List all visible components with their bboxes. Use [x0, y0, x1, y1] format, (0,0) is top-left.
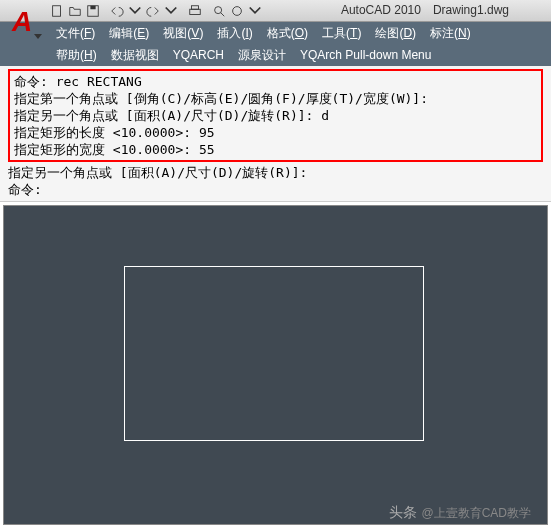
svg-rect-3 — [192, 5, 199, 9]
menu-yqarch-pull[interactable]: YQArch Pull-down Menu — [294, 45, 437, 65]
watermark: 头条 @上壹教育CAD教学 — [389, 504, 531, 522]
dropdown-icon[interactable] — [246, 2, 264, 20]
drawing-canvas[interactable] — [3, 205, 548, 525]
svg-point-6 — [233, 6, 242, 15]
svg-rect-2 — [90, 5, 95, 9]
cloud-icon[interactable] — [228, 2, 246, 20]
dropdown-icon[interactable] — [162, 2, 180, 20]
cmd-line: 指定另一个角点或 [面积(A)/尺寸(D)/旋转(R)]: — [8, 164, 543, 181]
menu-yqarch[interactable]: YQARCH — [167, 45, 230, 65]
menu-view[interactable]: 视图(V) — [157, 22, 209, 45]
menu-format[interactable]: 格式(O) — [261, 22, 314, 45]
window-title: AutoCAD 2010Drawing1.dwg — [341, 3, 521, 17]
menu-dataview[interactable]: 数据视图 — [105, 44, 165, 67]
menu-draw[interactable]: 绘图(D) — [369, 22, 422, 45]
menu-file[interactable]: 文件(F) — [50, 22, 101, 45]
search-icon[interactable] — [210, 2, 228, 20]
toutiao-icon: 头条 — [389, 504, 417, 522]
cmd-line: 指定第一个角点或 [倒角(C)/标高(E)/圆角(F)/厚度(T)/宽度(W)]… — [14, 90, 537, 107]
save-icon[interactable] — [84, 2, 102, 20]
cmd-line: 指定矩形的长度 <10.0000>: 95 — [14, 124, 537, 141]
cmd-line: 指定另一个角点或 [面积(A)/尺寸(D)/旋转(R)]: d — [14, 107, 537, 124]
open-icon[interactable] — [66, 2, 84, 20]
command-input[interactable] — [42, 182, 543, 197]
menu-help[interactable]: 帮助(H) — [50, 44, 103, 67]
highlighted-commands: 命令: rec RECTANG 指定第一个角点或 [倒角(C)/标高(E)/圆角… — [8, 69, 543, 162]
svg-point-5 — [215, 6, 222, 13]
svg-rect-4 — [190, 9, 201, 14]
command-window[interactable]: 命令: rec RECTANG 指定第一个角点或 [倒角(C)/标高(E)/圆角… — [0, 66, 551, 202]
dropdown-icon[interactable] — [126, 2, 144, 20]
new-icon[interactable] — [48, 2, 66, 20]
cmd-line: 指定矩形的宽度 <10.0000>: 55 — [14, 141, 537, 158]
menu-dimension[interactable]: 标注(N) — [424, 22, 477, 45]
cmd-line: 命令: rec RECTANG — [14, 73, 537, 90]
redo-icon[interactable] — [144, 2, 162, 20]
watermark-text: @上壹教育CAD教学 — [421, 505, 531, 522]
app-logo[interactable]: A — [0, 0, 44, 44]
undo-icon[interactable] — [108, 2, 126, 20]
menu-insert[interactable]: 插入(I) — [211, 22, 258, 45]
svg-rect-0 — [53, 5, 61, 16]
menu-yuanquan[interactable]: 源泉设计 — [232, 44, 292, 67]
menu-tools[interactable]: 工具(T) — [316, 22, 367, 45]
rectangle-shape[interactable] — [124, 266, 424, 441]
menu-edit[interactable]: 编辑(E) — [103, 22, 155, 45]
command-prompt: 命令: — [8, 181, 42, 198]
print-icon[interactable] — [186, 2, 204, 20]
